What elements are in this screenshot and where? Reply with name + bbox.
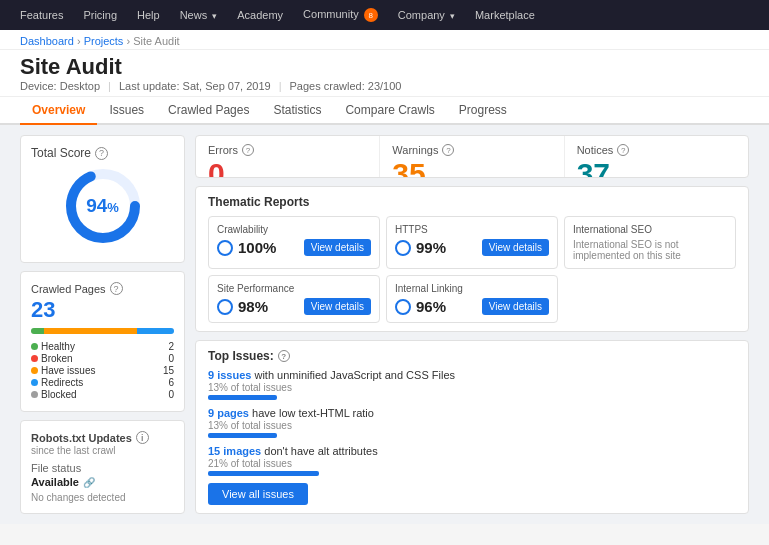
issues-section: Top Issues: ? 9 issues with unminified J… xyxy=(195,340,749,514)
pages-crawled: Pages crawled: 23/100 xyxy=(290,80,402,92)
no-changes: No changes detected xyxy=(31,492,174,503)
report-https-title: HTTPS xyxy=(395,224,549,235)
score-title: Total Score ? xyxy=(31,146,174,160)
thematic-section: Thematic Reports Crawlability 100% View … xyxy=(195,186,749,332)
nav-academy[interactable]: Academy xyxy=(227,9,293,21)
report-intl-seo: International SEO International SEO is n… xyxy=(564,216,736,269)
tab-progress[interactable]: Progress xyxy=(447,97,519,125)
tab-compare-crawls[interactable]: Compare Crawls xyxy=(333,97,446,125)
nav-company[interactable]: Company ▾ xyxy=(388,9,465,21)
circle-icon-performance xyxy=(217,299,233,315)
issue-item-3: 15 images don't have alt attributes 21% … xyxy=(208,445,736,476)
report-crawlability: Crawlability 100% View details xyxy=(208,216,380,269)
warnings-label: Warnings ? xyxy=(392,144,551,156)
circle-icon-https xyxy=(395,240,411,256)
robots-title: Robots.txt Updates i xyxy=(31,431,174,444)
tab-issues[interactable]: Issues xyxy=(97,97,156,125)
progress-bar-multi xyxy=(31,328,174,334)
donut-chart: 94% xyxy=(63,166,143,246)
issue-pct-2: 13% of total issues xyxy=(208,420,736,431)
issue-bar-1 xyxy=(208,395,277,400)
crawled-card: Crawled Pages ? 23 Healthy 2 Broken 0 xyxy=(20,271,185,412)
view-details-crawlability[interactable]: View details xyxy=(304,239,371,256)
breadcrumb-projects[interactable]: Projects xyxy=(84,35,124,47)
notices-value: 37 xyxy=(577,157,736,178)
tab-statistics[interactable]: Statistics xyxy=(261,97,333,125)
nav-help[interactable]: Help xyxy=(127,9,170,21)
report-performance-title: Site Performance xyxy=(217,283,371,294)
report-https: HTTPS 99% View details xyxy=(386,216,558,269)
view-details-linking[interactable]: View details xyxy=(482,298,549,315)
nav-news[interactable]: News ▾ xyxy=(170,9,228,21)
file-status-value: Available 🔗 xyxy=(31,476,174,488)
issue-item-1: 9 issues with unminified JavaScript and … xyxy=(208,369,736,400)
nav-marketplace[interactable]: Marketplace xyxy=(465,9,545,21)
circle-icon-crawlability xyxy=(217,240,233,256)
breadcrumb-current: Site Audit xyxy=(133,35,179,47)
info-icon-notices[interactable]: ? xyxy=(617,144,629,156)
linking-score: 96% xyxy=(416,298,446,315)
tab-overview[interactable]: Overview xyxy=(20,97,97,125)
report-intl-title: International SEO xyxy=(573,224,727,235)
notices-label: Notices ? xyxy=(577,144,736,156)
issue-text-3: 15 images don't have alt attributes xyxy=(208,445,736,457)
report-crawlability-title: Crawlability xyxy=(217,224,371,235)
crawled-legend: Healthy 2 Broken 0 Have issues 15 Redire… xyxy=(31,341,174,400)
view-details-performance[interactable]: View details xyxy=(304,298,371,315)
top-nav: Features Pricing Help News ▾ Academy Com… xyxy=(0,0,769,30)
info-icon-issues[interactable]: ? xyxy=(278,350,290,362)
robots-subtitle: since the last crawl xyxy=(31,445,174,456)
view-all-issues-button[interactable]: View all issues xyxy=(208,483,308,505)
link-icon[interactable]: 🔗 xyxy=(83,477,95,488)
issue-bar-2 xyxy=(208,433,277,438)
thematic-title: Thematic Reports xyxy=(208,195,736,209)
device-info: Device: Desktop xyxy=(20,80,100,92)
last-update: Last update: Sat, Sep 07, 2019 xyxy=(119,80,271,92)
nav-community[interactable]: Community 8 xyxy=(293,8,388,23)
crawled-title: Crawled Pages ? xyxy=(31,282,174,295)
breadcrumb-dashboard[interactable]: Dashboard xyxy=(20,35,74,47)
tab-crawled-pages[interactable]: Crawled Pages xyxy=(156,97,261,125)
tabs: Overview Issues Crawled Pages Statistics… xyxy=(0,97,769,125)
left-panel: Total Score ? 94% Crawled Pages xyxy=(20,135,185,514)
view-details-https[interactable]: View details xyxy=(482,239,549,256)
info-icon[interactable]: ? xyxy=(95,147,108,160)
nav-pricing[interactable]: Pricing xyxy=(73,9,127,21)
report-internal-linking: Internal Linking 96% View details xyxy=(386,275,558,323)
nav-features[interactable]: Features xyxy=(10,9,73,21)
issue-pct-3: 21% of total issues xyxy=(208,458,736,469)
errors-value: 0 xyxy=(208,157,367,178)
issue-bar-3 xyxy=(208,471,319,476)
chevron-down-icon: ▾ xyxy=(450,11,455,21)
circle-icon-linking xyxy=(395,299,411,315)
score-card: Total Score ? 94% xyxy=(20,135,185,263)
robots-card: Robots.txt Updates i since the last craw… xyxy=(20,420,185,514)
breadcrumb: Dashboard › Projects › Site Audit xyxy=(0,30,769,50)
page-header: Site Audit Device: Desktop | Last update… xyxy=(0,50,769,97)
notices-metric: Notices ? 37 ↓ 40 0 xyxy=(565,136,748,177)
donut-text: 94% xyxy=(86,195,119,217)
info-icon-robots[interactable]: i xyxy=(136,431,149,444)
info-icon-crawled[interactable]: ? xyxy=(110,282,123,295)
report-grid: Crawlability 100% View details HTTPS xyxy=(208,216,736,323)
chevron-down-icon: ▾ xyxy=(212,11,217,21)
crawled-count: 23 xyxy=(31,297,174,323)
intl-note: International SEO is not implemented on … xyxy=(573,239,727,261)
report-linking-title: Internal Linking xyxy=(395,283,549,294)
info-icon-errors[interactable]: ? xyxy=(242,144,254,156)
errors-metric: Errors ? 0 ↓ xyxy=(196,136,380,177)
issues-title: Top Issues: ? xyxy=(208,349,736,363)
file-status-label: File status xyxy=(31,462,174,474)
issue-text-2: 9 pages have low text-HTML ratio xyxy=(208,407,736,419)
donut-container: 94% xyxy=(31,166,174,246)
warnings-metric: Warnings ? 35 ↑ 40 0 xyxy=(380,136,564,177)
performance-score: 98% xyxy=(238,298,268,315)
issue-text-1: 9 issues with unminified JavaScript and … xyxy=(208,369,736,381)
https-score: 99% xyxy=(416,239,446,256)
right-panel: Errors ? 0 ↓ xyxy=(195,135,749,514)
info-icon-warnings[interactable]: ? xyxy=(442,144,454,156)
crawlability-score: 100% xyxy=(238,239,276,256)
issue-pct-1: 13% of total issues xyxy=(208,382,736,393)
main-content: Total Score ? 94% Crawled Pages xyxy=(0,125,769,524)
errors-label: Errors ? xyxy=(208,144,367,156)
